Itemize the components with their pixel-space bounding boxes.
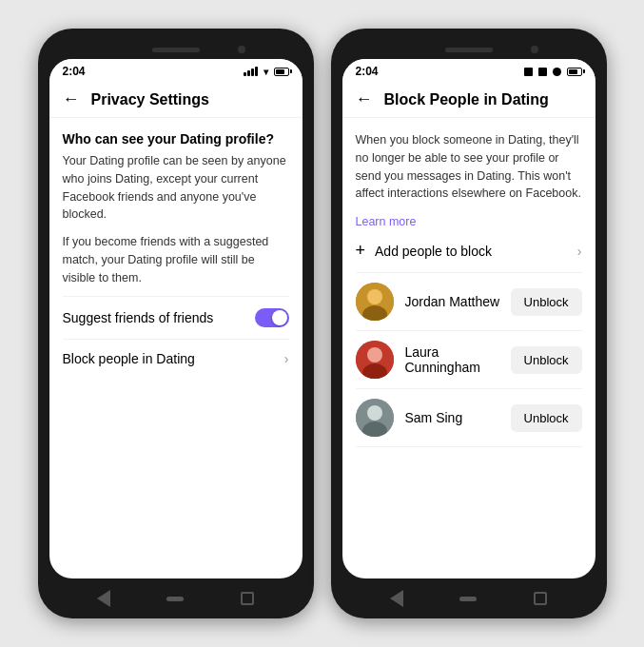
add-people-row[interactable]: + Add people to block › bbox=[356, 229, 582, 273]
home-nav-button-1[interactable] bbox=[166, 590, 184, 607]
back-triangle-icon-2 bbox=[390, 590, 403, 607]
svg-point-1 bbox=[367, 289, 382, 304]
home-nav-button-2[interactable] bbox=[459, 590, 477, 607]
back-button-2[interactable]: ← bbox=[356, 89, 373, 109]
phone-1: 2:04 ▾ ← Privacy Settings Who can see bbox=[38, 29, 314, 618]
person-name-jordan: Jordan Matthew bbox=[405, 294, 511, 309]
blocked-person-row-3: Sam Sing Unblock bbox=[356, 389, 582, 447]
svg-point-7 bbox=[367, 405, 382, 421]
dating-profile-text1: Your Dating profile can be seen by anyon… bbox=[63, 152, 289, 224]
status-bar-1: 2:04 ▾ bbox=[49, 59, 302, 82]
screen-content-2: When you block someone in Dating, they'l… bbox=[342, 118, 595, 578]
unblock-button-sam[interactable]: Unblock bbox=[511, 404, 582, 432]
status-time-2: 2:04 bbox=[356, 65, 379, 78]
overview-nav-button-2[interactable] bbox=[532, 590, 549, 607]
battery-icon-1 bbox=[274, 68, 289, 76]
phone-top-1 bbox=[49, 40, 302, 59]
learn-more-link[interactable]: Learn more bbox=[356, 215, 417, 228]
person-name-laura: Laura Cunningham bbox=[405, 344, 511, 375]
suggest-friends-label: Suggest friends of friends bbox=[63, 310, 214, 325]
dating-profile-text2: If you become friends with a suggested m… bbox=[63, 233, 289, 286]
circle-status-icon bbox=[553, 68, 561, 76]
page-title-2: Block People in Dating bbox=[384, 91, 549, 108]
avatar-laura bbox=[356, 341, 394, 379]
nav-bar-1: ← Privacy Settings bbox=[49, 82, 302, 118]
back-button-1[interactable]: ← bbox=[63, 89, 80, 109]
speaker-1 bbox=[152, 48, 200, 52]
screen-content-1: Who can see your Dating profile? Your Da… bbox=[49, 118, 302, 578]
home-pill-icon-1 bbox=[166, 597, 184, 601]
unblock-button-laura[interactable]: Unblock bbox=[511, 346, 582, 374]
phone-2: 2:04 ← Block People in Dating When you b… bbox=[331, 29, 607, 618]
svg-point-4 bbox=[367, 347, 382, 363]
dating-profile-heading: Who can see your Dating profile? bbox=[63, 131, 289, 147]
battery-icon-2 bbox=[567, 68, 582, 76]
status-time-1: 2:04 bbox=[63, 65, 86, 78]
page-title-1: Privacy Settings bbox=[91, 91, 210, 108]
chevron-right-icon-2: › bbox=[577, 244, 582, 259]
avatar-sam bbox=[356, 399, 394, 437]
plus-icon: + bbox=[356, 241, 366, 261]
overview-square-icon-2 bbox=[534, 592, 547, 605]
suggest-friends-toggle[interactable] bbox=[255, 308, 289, 327]
status-icons-1: ▾ bbox=[244, 67, 289, 77]
signal-icon-1 bbox=[244, 67, 258, 76]
add-people-label: Add people to block bbox=[375, 244, 577, 259]
sq-icon-1 bbox=[524, 68, 533, 76]
speaker-2 bbox=[445, 48, 493, 52]
block-people-label: Block people in Dating bbox=[63, 351, 195, 366]
status-icons-2 bbox=[524, 68, 582, 76]
blocked-person-row-1: Jordan Matthew Unblock bbox=[356, 273, 582, 331]
screen-1: 2:04 ▾ ← Privacy Settings Who can see bbox=[49, 59, 302, 578]
camera-1 bbox=[238, 46, 245, 53]
screen-2: 2:04 ← Block People in Dating When you b… bbox=[342, 59, 595, 578]
unblock-button-jordan[interactable]: Unblock bbox=[511, 288, 582, 316]
home-pill-icon-2 bbox=[459, 597, 477, 601]
overview-square-icon-1 bbox=[241, 592, 254, 605]
overview-nav-button-1[interactable] bbox=[239, 590, 256, 607]
sq-icon-2 bbox=[538, 68, 547, 76]
back-nav-button-2[interactable] bbox=[388, 590, 405, 607]
toggle-knob bbox=[272, 310, 287, 325]
back-nav-button-1[interactable] bbox=[95, 590, 112, 607]
avatar-jordan bbox=[356, 283, 394, 321]
block-people-row[interactable]: Block people in Dating › bbox=[63, 339, 289, 378]
wifi-icon-1: ▾ bbox=[263, 67, 268, 77]
block-description: When you block someone in Dating, they'l… bbox=[356, 131, 582, 203]
person-name-sam: Sam Sing bbox=[405, 410, 511, 425]
phone-bottom-nav-2 bbox=[342, 582, 595, 615]
nav-bar-2: ← Block People in Dating bbox=[342, 82, 595, 118]
status-bar-2: 2:04 bbox=[342, 59, 595, 82]
suggest-friends-row[interactable]: Suggest friends of friends bbox=[63, 296, 289, 339]
chevron-right-icon: › bbox=[284, 351, 289, 366]
phone-bottom-nav-1 bbox=[49, 582, 302, 615]
phone-top-2 bbox=[342, 40, 595, 59]
back-triangle-icon-1 bbox=[97, 590, 110, 607]
camera-2 bbox=[531, 46, 538, 53]
blocked-person-row-2: Laura Cunningham Unblock bbox=[356, 331, 582, 389]
